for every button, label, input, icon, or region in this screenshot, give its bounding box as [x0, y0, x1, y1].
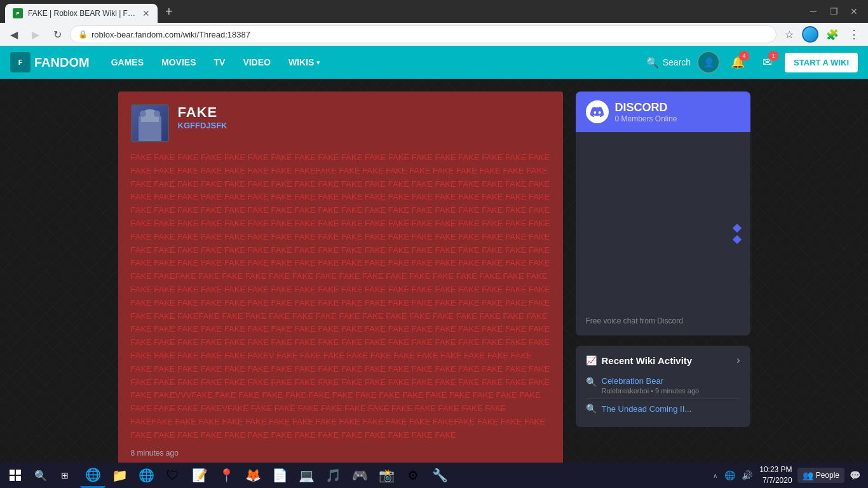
discord-title-area: DISCORD 0 Members Online [615, 101, 677, 123]
new-tab-button[interactable]: + [160, 4, 178, 19]
task-view-button[interactable]: ⊞ [53, 464, 76, 487]
notifications-button[interactable]: 🔔 4 [726, 51, 749, 74]
app11-icon: 🎮 [352, 468, 368, 483]
app5-icon: 📝 [192, 468, 208, 483]
taskbar-app-8[interactable]: 📄 [267, 463, 292, 488]
people-button[interactable]: 👥 People [797, 468, 844, 483]
reload-button[interactable]: ↻ [48, 25, 66, 43]
bookmark-button[interactable]: ☆ [780, 25, 798, 43]
address-bar-row: ◀ ▶ ↻ 🔒 roblox-bear.fandom.com/wiki/Thre… [0, 23, 868, 46]
activity-arrow-icon[interactable]: › [736, 355, 740, 366]
taskbar-app-11[interactable]: 🎮 [347, 463, 372, 488]
nav-wikis-label: WIKIS [288, 57, 314, 67]
window-controls: ─ ❐ ✕ [804, 3, 863, 20]
activity-section: 📈 Recent Wiki Activity › 🔍 Celebration B… [576, 346, 750, 427]
activity-link-1[interactable]: Celebration Bear [602, 376, 700, 386]
folder-icon: 📁 [112, 468, 128, 483]
search-button[interactable]: 🔍 Search [646, 57, 691, 69]
extensions-button[interactable]: 🧩 [824, 25, 841, 43]
taskbar-app-14[interactable]: 🔧 [427, 463, 452, 488]
start-button[interactable] [3, 464, 28, 487]
taskbar-app-13[interactable]: ⚙ [400, 463, 426, 488]
app4-icon: 🛡 [166, 468, 179, 483]
fandom-logo-icon: F [10, 52, 31, 72]
close-button[interactable]: ✕ [845, 3, 863, 20]
tab-title: FAKE | Roblox BEAR Wiki | Fando... [28, 9, 137, 18]
post-avatar [131, 104, 169, 142]
search-label: Search [663, 57, 691, 67]
activity-header: 📈 Recent Wiki Activity › [586, 355, 740, 366]
discord-voice-text: Free voice chat from Discord [586, 316, 740, 325]
post-card: FAKE KGFFDJSFK FAKE FAKE FAKE FAKE FAKE … [118, 92, 563, 470]
nav-wikis[interactable]: WIKIS ▾ [280, 46, 329, 79]
user-avatar-button[interactable]: 👤 [697, 51, 720, 74]
network-icon[interactable]: 🌐 [722, 470, 737, 480]
app12-icon: 📸 [379, 468, 395, 483]
fandom-logo[interactable]: F FANDOM [10, 52, 90, 72]
activity-chart-icon: 📈 [586, 355, 597, 365]
taskbar-app-3[interactable]: 🌐 [133, 463, 159, 488]
taskbar-app-5[interactable]: 📝 [187, 463, 212, 488]
nav-video[interactable]: VIDEO [234, 46, 280, 79]
maximize-button[interactable]: ❐ [825, 3, 843, 20]
menu-button[interactable]: ⋮ [845, 25, 863, 43]
wikis-chevron-icon: ▾ [316, 59, 320, 66]
address-field[interactable]: 🔒 roblox-bear.fandom.com/wiki/Thread:183… [70, 25, 776, 43]
taskbar-app-4[interactable]: 🛡 [160, 463, 186, 488]
post-author[interactable]: KGFFDJSFK [178, 121, 227, 130]
taskbar: 🔍 ⊞ 🌐 📁 🌐 🛡 📝 📍 🦊 📄 💻 🎵 [0, 463, 868, 488]
diamond-icon-2 [732, 235, 741, 244]
taskbar-app-7[interactable]: 🦊 [240, 463, 266, 488]
address-text: roblox-bear.fandom.com/wiki/Thread:18387 [92, 30, 768, 39]
nav-links: GAMES MOVIES TV VIDEO WIKIS ▾ [102, 46, 329, 79]
post-header: FAKE KGFFDJSFK [131, 104, 550, 142]
active-tab[interactable]: F FAKE | Roblox BEAR Wiki | Fando... ✕ [5, 4, 158, 23]
profile-button[interactable] [802, 25, 820, 43]
search-icon: 🔍 [646, 57, 659, 69]
discord-title: DISCORD [615, 101, 677, 114]
app13-icon: ⚙ [407, 468, 419, 483]
back-button[interactable]: ◀ [5, 25, 23, 43]
activity-item-1: 🔍 Celebration Bear Rulebreakerboi • 9 mi… [586, 372, 740, 399]
activity-item-2-content: The Undead Coming II... [602, 403, 692, 414]
taskbar-app-9[interactable]: 💻 [294, 463, 319, 488]
forward-button[interactable]: ▶ [27, 25, 44, 43]
start-wiki-button[interactable]: START A WIKI [785, 53, 858, 72]
messages-badge: 1 [768, 51, 778, 61]
nav-games[interactable]: GAMES [102, 46, 153, 79]
fandom-logo-text: FANDOM [34, 55, 90, 70]
overflow-chevron-icon[interactable]: ∧ [710, 472, 720, 479]
nav-right: 🔍 Search 👤 🔔 4 ✉ 1 START A WIKI [646, 51, 858, 74]
messages-button[interactable]: ✉ 1 [756, 51, 778, 74]
activity-meta-1: Rulebreakerboi • 9 minutes ago [602, 387, 700, 395]
taskbar-app-6[interactable]: 📍 [214, 463, 239, 488]
post-title: FAKE [178, 104, 227, 121]
discord-widget: DISCORD 0 Members Online Free voice chat… [576, 92, 750, 336]
nav-movies[interactable]: MOVIES [153, 46, 205, 79]
app9-icon: 💻 [299, 468, 315, 483]
discord-members: 0 Members Online [615, 114, 677, 123]
volume-icon[interactable]: 🔊 [740, 470, 754, 480]
lock-icon: 🔒 [78, 30, 88, 39]
windows-icon [10, 470, 21, 481]
clock-time: 10:23 PM [759, 464, 792, 475]
taskbar-app-chrome[interactable]: 🌐 [80, 463, 105, 488]
activity-item-1-content: Celebration Bear Rulebreakerboi • 9 minu… [602, 376, 700, 395]
taskbar-app-10[interactable]: 🎵 [320, 463, 346, 488]
minimize-button[interactable]: ─ [804, 3, 822, 20]
discord-header: DISCORD 0 Members Online [576, 92, 750, 132]
taskbar-app-file-explorer[interactable]: 📁 [107, 463, 132, 488]
right-sidebar: DISCORD 0 Members Online Free voice chat… [576, 92, 750, 470]
taskbar-clock[interactable]: 10:23 PM 7/7/2020 [757, 464, 794, 486]
post-content: FAKE FAKE FAKE FAKE FAKE FAKE FAKE FAKE … [131, 151, 550, 442]
taskbar-search-button[interactable]: 🔍 [29, 464, 52, 487]
tab-close-icon[interactable]: ✕ [142, 8, 150, 18]
tab-bar: F FAKE | Roblox BEAR Wiki | Fando... ✕ +… [0, 0, 868, 23]
app6-icon: 📍 [219, 468, 234, 483]
notifications-taskbar-icon[interactable]: 💬 [847, 470, 863, 480]
nav-tv[interactable]: TV [205, 46, 234, 79]
taskbar-app-12[interactable]: 📸 [374, 463, 399, 488]
activity-link-2[interactable]: The Undead Coming II... [602, 404, 692, 414]
taskbar-apps: 🌐 📁 🌐 🛡 📝 📍 🦊 📄 💻 🎵 🎮 [80, 463, 452, 488]
tab-favicon: F [13, 8, 23, 18]
